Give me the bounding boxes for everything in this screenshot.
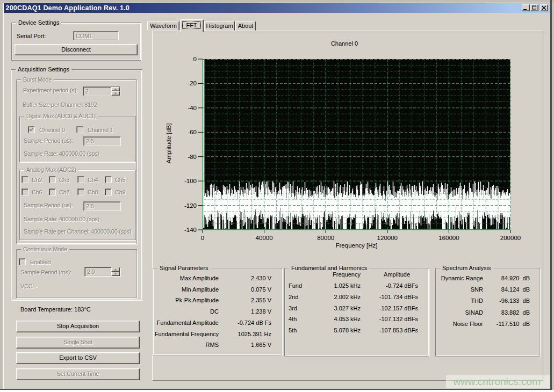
svg-text:-60: -60 bbox=[188, 129, 197, 135]
svg-text:-140: -140 bbox=[184, 227, 197, 233]
svg-text:Frequency [Hz]: Frequency [Hz] bbox=[336, 242, 378, 249]
svg-text:Amplitude [dB]: Amplitude [dB] bbox=[166, 124, 172, 164]
svg-text:80000: 80000 bbox=[317, 235, 334, 241]
svg-text:120000: 120000 bbox=[377, 235, 398, 241]
svg-text:200000: 200000 bbox=[500, 235, 521, 241]
svg-text:40000: 40000 bbox=[256, 235, 273, 241]
svg-text:-120: -120 bbox=[184, 202, 197, 209]
svg-text:-80: -80 bbox=[188, 154, 197, 160]
svg-text:160000: 160000 bbox=[438, 235, 459, 241]
svg-text:-20: -20 bbox=[188, 80, 197, 86]
svg-text:0: 0 bbox=[201, 235, 204, 241]
svg-text:-40: -40 bbox=[188, 105, 197, 111]
svg-text:-100: -100 bbox=[184, 178, 197, 184]
svg-text:0: 0 bbox=[193, 56, 197, 62]
